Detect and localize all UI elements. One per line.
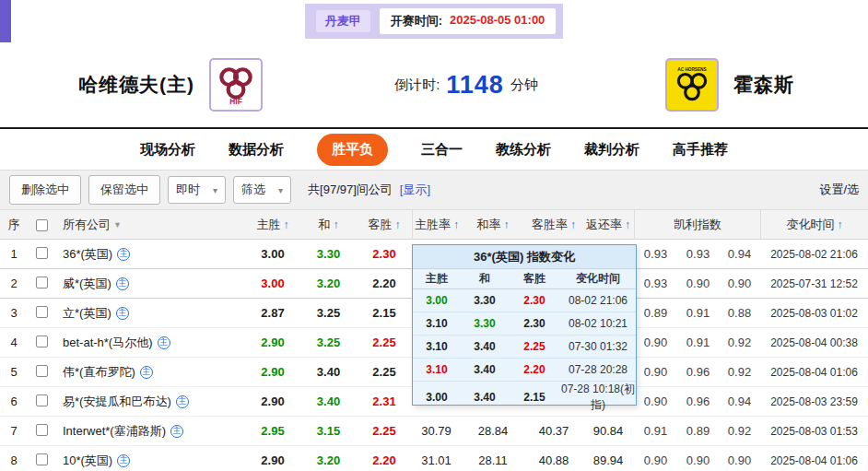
kelly-away: 0.90 [719,453,760,467]
tab-win-draw-lose[interactable]: 胜平负 [317,134,388,166]
popup-change-time: 07-28 20:28 [560,363,636,376]
kelly-home: 0.90 [634,453,677,467]
company-name[interactable]: 伟*(直布罗陀) [63,364,135,381]
popup-draw-odds: 3.30 [461,294,509,307]
company-name[interactable]: 立*(英国) [63,305,111,322]
company-cell: 威*(英国)主 [55,276,245,292]
sort-arrow-icon: ↑ [838,218,843,231]
home-team-name: 哈维德夫(主) [78,72,194,98]
home-odds: 2.87 [245,306,300,320]
col-payout-rate-label: 返还率 [586,217,622,233]
row-index: 8 [0,453,28,467]
away-odds: 2.15 [357,306,412,320]
col-company[interactable]: 所有公司 ▼ [55,210,245,240]
col-home-rate[interactable]: 主胜率↑ [412,210,461,240]
kelly-draw: 0.89 [677,424,719,438]
tab-expert-recommend[interactable]: 高手推荐 [673,141,728,159]
company-badge-icon: 主 [116,277,129,290]
row-select-cell [28,424,55,439]
table-row[interactable]: 8 10*(英国)主 2.90 3.20 2.20 31.01 28.11 40… [0,446,868,471]
row-select-cell [28,306,55,321]
kelly-home: 0.93 [634,277,677,290]
col-draw-odds-label: 和 [319,217,331,233]
popup-col-away: 客胜 [509,271,560,287]
company-cell: 36*(英国)主 [55,246,245,263]
tab-live-analysis[interactable]: 现场分析 [140,141,195,159]
kelly-draw: 0.91 [677,306,719,320]
col-draw-odds[interactable]: 和↑ [300,210,357,240]
time-mode-select[interactable]: 即时 ▾ [168,176,226,204]
table-row[interactable]: 7 Interwet*(塞浦路斯)主 2.95 3.15 2.25 30.79 … [0,417,868,446]
tab-three-in-one[interactable]: 三合一 [421,141,463,159]
home-team-logo: HIF [209,58,263,112]
table-header: 序 所有公司 ▼ 主胜↑ 和↑ 客胜↑ 主胜率↑ 和率↑ 客胜率↑ 返还率↑ 凯… [0,210,868,240]
change-time: 2025-08-03 23:59 [760,395,868,408]
row-checkbox[interactable] [36,394,48,406]
company-name[interactable]: bet-at-h*(马尔他) [63,335,153,351]
time-mode-value: 即时 [176,182,200,198]
popup-change-time: 07-28 10:18(初指) [560,382,636,413]
row-checkbox[interactable] [36,247,48,259]
popup-header: 主胜 和 客胜 变化时间 [413,269,636,289]
row-checkbox[interactable] [36,365,48,377]
sort-arrow-icon: ↑ [570,218,576,231]
home-odds: 2.90 [245,394,300,408]
start-time-label: 开赛时间: [391,13,442,29]
sort-arrow-icon: ↑ [334,218,339,231]
row-index: 7 [0,424,28,438]
tab-referee-analysis[interactable]: 裁判分析 [584,141,639,159]
company-name[interactable]: 易*(安提瓜和巴布达) [63,394,171,410]
col-home-odds[interactable]: 主胜↑ [245,210,300,240]
col-away-rate[interactable]: 客胜率↑ [525,210,582,240]
row-checkbox[interactable] [36,277,48,288]
edge-accent [0,0,11,42]
row-checkbox[interactable] [36,336,48,347]
ac-horsens-logo-icon: AC HORSENS [671,64,713,106]
show-link[interactable]: [显示] [400,182,430,198]
company-name[interactable]: 36*(英国) [63,246,112,263]
company-cell: 易*(安提瓜和巴布达)主 [55,394,245,410]
away-odds: 2.25 [357,424,412,438]
chevron-down-icon: ▾ [278,185,283,195]
row-select-cell [28,277,55,291]
popup-change-time: 07-30 01:32 [560,340,636,353]
row-checkbox[interactable] [36,424,48,436]
draw-odds: 3.25 [300,336,357,349]
start-time-box: 开赛时间: 2025-08-05 01:00 [380,8,557,34]
col-change-time[interactable]: 变化时间↑ [760,210,868,240]
draw-odds: 3.20 [300,277,357,290]
select-all-checkbox[interactable] [36,219,48,231]
keep-selected-button[interactable]: 保留选中 [88,175,160,205]
svg-text:HIF: HIF [229,97,241,106]
league-badge: 丹麦甲 [316,10,370,32]
draw-odds: 3.15 [300,424,357,438]
tab-coach-analysis[interactable]: 教练分析 [496,141,551,159]
payout-rate: 89.94 [582,453,634,467]
company-name[interactable]: Interwet*(塞浦路斯) [63,423,166,440]
filter-select[interactable]: 筛选 ▾ [233,176,291,204]
popup-title: 36*(英国) 指数变化 [413,245,636,269]
tab-data-analysis[interactable]: 数据分析 [229,141,284,159]
change-time: 2025-08-03 01:02 [760,307,868,320]
popup-home-odds: 3.10 [413,317,461,330]
col-change-time-label: 变化时间 [787,217,835,233]
popup-away-odds: 2.15 [509,391,560,404]
change-time: 2025-08-02 21:06 [760,248,868,261]
kelly-home: 0.90 [634,394,677,408]
popup-away-odds: 2.30 [509,317,560,330]
company-name[interactable]: 威*(英国) [63,276,111,292]
row-checkbox[interactable] [36,306,48,318]
row-checkbox[interactable] [36,453,48,465]
popup-draw-odds: 3.40 [461,363,509,376]
popup-row: 3.00 3.40 2.15 07-28 10:18(初指) [413,382,636,405]
col-draw-rate[interactable]: 和率↑ [461,210,525,240]
sort-arrow-icon: ↑ [395,218,401,231]
settings-link[interactable]: 设置/选 [819,182,859,198]
company-name[interactable]: 10*(英国) [63,453,112,469]
col-away-odds[interactable]: 客胜↑ [357,210,412,240]
popup-row: 3.10 3.30 2.30 08-02 10:21 [413,312,636,336]
draw-odds: 3.20 [300,453,357,467]
delete-selected-button[interactable]: 删除选中 [9,175,81,205]
col-payout-rate[interactable]: 返还率↑ [582,210,634,240]
kelly-draw: 0.90 [677,453,719,467]
